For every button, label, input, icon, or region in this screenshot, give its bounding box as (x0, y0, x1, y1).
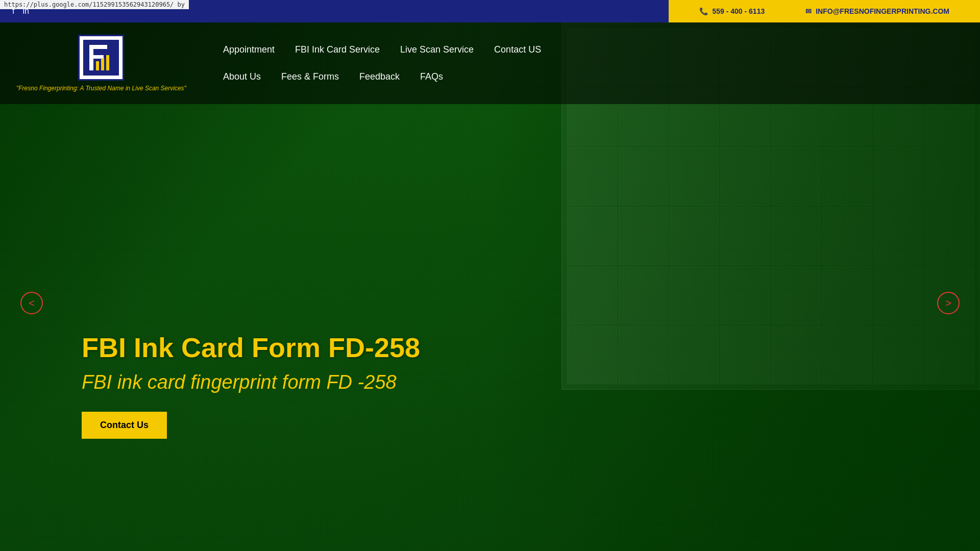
email-icon: ✉ (805, 7, 812, 15)
phone-number: 559 - 400 - 6113 (712, 7, 765, 15)
svg-rect-2 (89, 45, 107, 49)
chevron-left-icon: < (29, 297, 35, 309)
phone-icon: 📞 (699, 7, 708, 15)
svg-rect-5 (101, 58, 104, 70)
chevron-right-icon: > (945, 297, 951, 309)
nav-about-us[interactable]: About Us (223, 71, 261, 82)
hero-title: FBI Ink Card Form FD-258 (82, 332, 420, 363)
nav-feedback[interactable]: Feedback (359, 71, 400, 82)
logo-svg (83, 40, 119, 76)
nav-fees-forms[interactable]: Fees & Forms (281, 71, 339, 82)
carousel-prev-button[interactable]: < (20, 292, 43, 314)
url-bar: https://plus.google.com/1152991535629431… (0, 0, 189, 9)
hero-subtitle: FBI ink card fingerprint form FD -258 (82, 371, 420, 393)
email-address: INFO@FRESNOFINGERPRINTING.COM (816, 7, 949, 15)
logo[interactable] (78, 35, 124, 81)
header: "Fresno Fingerprinting: A Trusted Name i… (0, 22, 980, 104)
nav-top-row: Appointment FBI Ink Card Service Live Sc… (223, 36, 980, 63)
contact-us-button[interactable]: Contact Us (82, 412, 167, 439)
logo-tagline: "Fresno Fingerprinting: A Trusted Name i… (16, 85, 186, 92)
nav-contact-us[interactable]: Contact US (494, 44, 541, 55)
logo-area: "Fresno Fingerprinting: A Trusted Name i… (0, 22, 203, 104)
nav-live-scan[interactable]: Live Scan Service (400, 44, 474, 55)
email-info: ✉ INFO@FRESNOFINGERPRINTING.COM (805, 7, 949, 15)
phone-info: 📞 559 - 400 - 6113 (699, 7, 765, 15)
carousel-next-button[interactable]: > (937, 292, 960, 314)
contact-info-bar: 📞 559 - 400 - 6113 ✉ INFO@FRESNOFINGERPR… (669, 0, 980, 22)
svg-rect-6 (106, 55, 109, 70)
nav-appointment[interactable]: Appointment (223, 44, 275, 55)
svg-rect-3 (89, 55, 104, 59)
svg-rect-4 (96, 61, 99, 70)
nav-faqs[interactable]: FAQs (420, 71, 443, 82)
nav-fbi-ink-card[interactable]: FBI Ink Card Service (295, 44, 380, 55)
hero-content: FBI Ink Card Form FD-258 FBI ink card fi… (82, 332, 420, 439)
navigation: Appointment FBI Ink Card Service Live Sc… (203, 22, 980, 104)
nav-bottom-row: About Us Fees & Forms Feedback FAQs (223, 63, 980, 90)
